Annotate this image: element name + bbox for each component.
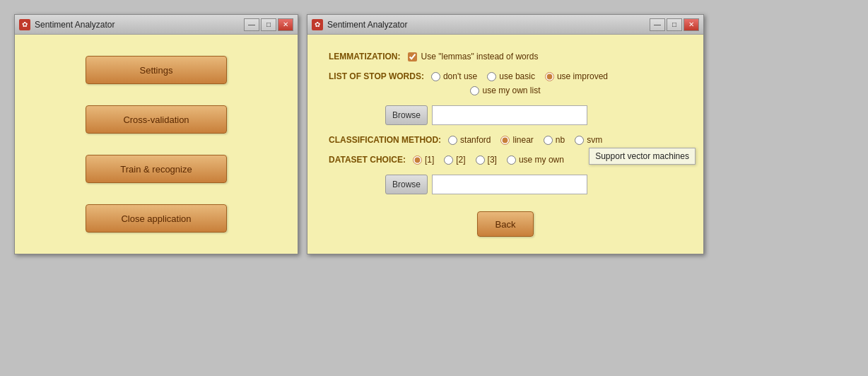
browse1-button[interactable]: Browse [385,105,428,125]
dataset-3[interactable]: [3] [476,155,497,165]
classification-svm[interactable]: svm [575,135,602,145]
classification-svm-container: svm Support vector machines [575,135,602,145]
browse2-row: Browse [385,175,682,194]
classification-label: CLASSIFICATION METHOD: [329,135,441,145]
left-title-bar: ✿ Sentiment Analyzator — □ ✕ [15,15,298,35]
dataset-2[interactable]: [2] [444,155,465,165]
right-maximize-button[interactable]: □ [667,18,682,31]
classification-radio-group: stanford linear nb svm Support vector ma… [448,135,602,145]
right-title-bar: ✿ Sentiment Analyzator — □ ✕ [307,15,703,35]
back-row: Back [329,211,682,237]
stop-words-use-improved[interactable]: use improved [545,71,608,81]
left-title-bar-buttons: — □ ✕ [244,18,293,31]
dataset-my-own[interactable]: use my own [507,155,564,165]
maximize-button[interactable]: □ [261,18,276,31]
browse2-input[interactable] [432,175,587,194]
settings-button[interactable]: Settings [86,56,227,84]
classification-stanford[interactable]: stanford [448,135,491,145]
right-window: ✿ Sentiment Analyzator — □ ✕ LEMMATIZATI… [307,14,704,254]
stop-words-use-my-own[interactable]: use my own list [470,86,540,95]
lemmatization-checkbox[interactable] [408,52,417,61]
browse1-input[interactable] [432,105,587,125]
stop-words-label: LIST OF STOP WORDS: [329,71,424,81]
stop-words-dont-use[interactable]: don't use [431,71,477,81]
cross-validation-button[interactable]: Cross-validation [86,105,227,134]
left-window: ✿ Sentiment Analyzator — □ ✕ Settings Cr… [14,14,298,254]
right-window-title: Sentiment Analyzator [327,20,645,30]
train-recognize-button[interactable]: Train & recognize [86,155,227,183]
stop-words-use-basic[interactable]: use basic [487,71,535,81]
classification-nb[interactable]: nb [544,135,565,145]
stop-words-radio-group: don't use use basic use improved [431,71,608,81]
dataset-label: DATASET CHOICE: [329,155,406,165]
browse1-row: Browse [385,105,682,125]
left-window-icon: ✿ [19,19,30,30]
lemmatization-row: LEMMATIZATION: Use "lemmas" instead of w… [329,52,682,61]
back-button[interactable]: Back [477,211,534,237]
right-window-content: LEMMATIZATION: Use "lemmas" instead of w… [307,35,703,254]
stop-words-section: LIST OF STOP WORDS: don't use use basic … [329,71,682,95]
right-minimize-button[interactable]: — [650,18,665,31]
minimize-button[interactable]: — [244,18,259,31]
lemmatization-checkbox-label: Use "lemmas" instead of words [421,52,539,61]
right-window-icon: ✿ [312,19,323,30]
close-button[interactable]: ✕ [278,18,293,31]
right-close-button[interactable]: ✕ [684,18,699,31]
stop-words-row: LIST OF STOP WORDS: don't use use basic … [329,71,682,81]
classification-linear[interactable]: linear [500,135,533,145]
browse2-button[interactable]: Browse [385,175,428,194]
left-window-content: Settings Cross-validation Train & recogn… [15,35,298,254]
lemmatization-label: LEMMATIZATION: [329,52,401,61]
lemmatization-checkbox-item: Use "lemmas" instead of words [408,52,539,61]
dataset-1[interactable]: [1] [413,155,434,165]
svm-tooltip: Support vector machines [589,148,696,165]
dataset-radio-group: [1] [2] [3] use my own [413,155,564,165]
stop-words-own-list-row: use my own list [329,86,682,95]
classification-row: CLASSIFICATION METHOD: stanford linear n… [329,135,682,145]
close-application-button[interactable]: Close application [86,204,227,233]
right-title-bar-buttons: — □ ✕ [650,18,699,31]
left-window-title: Sentiment Analyzator [35,20,240,30]
